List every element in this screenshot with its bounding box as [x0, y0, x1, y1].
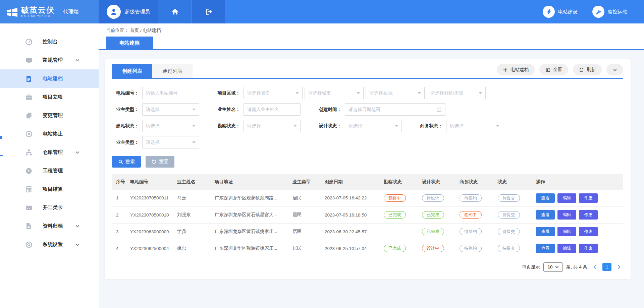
sidebar-item-calculator[interactable]: 项目结算 — [0, 180, 99, 198]
filter-field: 建站状态：请选择 — [112, 120, 199, 132]
logout-button[interactable] — [192, 0, 225, 23]
chevron-left-icon — [592, 264, 598, 270]
edit-button[interactable]: 编辑 — [557, 210, 576, 220]
owner-name-input[interactable] — [247, 107, 297, 112]
status-cell: 待提交 — [496, 206, 534, 223]
tab-passed-list[interactable]: 通过列表 — [152, 64, 193, 78]
view-button[interactable]: 查看 — [536, 210, 555, 220]
business-status-cell: 待签约 — [458, 190, 496, 206]
user-icon — [110, 8, 118, 16]
sidebar-item-settings[interactable]: 系统设置 — [0, 235, 99, 254]
design-status-select[interactable]: 请选择 — [345, 120, 402, 132]
page-tab-station-archive[interactable]: 电站建档 — [106, 37, 153, 49]
toolbar-button-label: 电站建档 — [511, 67, 529, 73]
void-button[interactable]: 作废 — [579, 210, 598, 220]
station-code-input[interactable] — [142, 87, 199, 99]
owner-type-select[interactable]: 请选择 — [142, 103, 199, 116]
edit-button[interactable]: 编辑 — [557, 193, 576, 203]
province-select[interactable]: 请选择省份 — [244, 87, 303, 99]
county-select[interactable]: 请选择县/区 — [366, 87, 425, 99]
logout-icon — [205, 8, 212, 15]
owner-type-cell: 居民 — [290, 190, 323, 206]
chevron-down-icon — [555, 265, 559, 269]
refresh-button[interactable]: 刷新 — [573, 64, 602, 75]
create-station-button[interactable]: 电站建档 — [497, 64, 535, 75]
station-code-input[interactable] — [146, 90, 196, 96]
sidebar-item-stop-circle[interactable]: 电站终止 — [0, 125, 99, 143]
address-cell: 广东深圳龙华区黄石镇姚家庄... — [213, 223, 290, 240]
quick-link-lightning[interactable]: 电站建设 — [543, 6, 578, 18]
void-button[interactable]: 作废 — [579, 244, 598, 253]
view-button[interactable]: 查看 — [536, 244, 555, 253]
edit-button[interactable]: 编辑 — [557, 244, 576, 253]
reset-button[interactable]: 重置 — [146, 156, 174, 168]
survey-status-select[interactable]: 请选择 — [244, 120, 301, 132]
next-page-button[interactable] — [616, 264, 622, 270]
created-range-picker[interactable]: 请选择日期范围 — [345, 103, 445, 116]
status-cell: 待提交 — [496, 223, 534, 240]
tab-create-list[interactable]: 创建列表 — [112, 64, 152, 78]
column-header: 设计状态 — [420, 174, 458, 190]
sidebar-item-document[interactable]: 电站建档 — [0, 69, 99, 88]
city-select[interactable]: 请选择城市 — [305, 87, 364, 99]
edit-button[interactable]: 编辑 — [557, 227, 576, 236]
collapse-button[interactable] — [606, 64, 623, 75]
view-button[interactable]: 查看 — [536, 193, 555, 203]
reset-button-label: 重置 — [159, 159, 168, 165]
sidebar-item-card[interactable]: 开二类卡 — [0, 198, 99, 217]
design-status-cell: 已完成 — [420, 223, 458, 240]
build-status-select[interactable]: 请选择 — [142, 120, 199, 132]
select-placeholder: 请选择城市 — [308, 90, 331, 96]
sidebar-item-archive[interactable]: 资料归档 — [0, 217, 99, 235]
column-header: 状态 — [496, 174, 534, 190]
station-code-cell: YX2023070500011 — [128, 190, 175, 206]
sidebar-item-sitemap[interactable]: 仓库管理 — [0, 143, 99, 162]
stop-circle-icon — [25, 130, 33, 138]
void-button[interactable]: 作废 — [579, 227, 598, 236]
view-button[interactable]: 查看 — [536, 227, 555, 236]
survey-status-cell: 勘察中 — [382, 190, 420, 206]
sidebar-item-dashboard[interactable]: 控制台 — [0, 33, 99, 51]
index-cell: 3 — [112, 223, 128, 240]
filter-label: 建站状态： — [112, 123, 139, 129]
home-button[interactable] — [158, 0, 192, 23]
filter-row: 电站编号： 项目区域：请选择省份请选择城市请选择县/区请选择村镇/街道 — [112, 87, 623, 99]
column-header: 项目地址 — [213, 174, 290, 190]
sidebar-item-copy[interactable]: 变更管理 — [0, 106, 99, 125]
column-header: 业主类型 — [290, 174, 323, 190]
filter-label: 勘察状态： — [213, 123, 240, 129]
status-badge: 待设计 — [422, 194, 444, 202]
status-badge: 待提交 — [498, 194, 520, 202]
reset-icon — [152, 159, 157, 164]
sidebar-item-label: 系统设置 — [43, 241, 63, 248]
chevron-down-icon — [75, 242, 80, 247]
owner-type-2-select[interactable]: 请选择 — [142, 136, 199, 148]
created-date-cell: 2023-06-25 10:57:04 — [323, 240, 382, 257]
void-button[interactable]: 作废 — [579, 193, 598, 203]
per-page-select[interactable]: 10 — [543, 262, 563, 272]
user-menu[interactable]: 超级管理员 — [99, 0, 158, 23]
owner-name-cell: 刘强东 — [175, 206, 213, 223]
owner-name-input[interactable] — [244, 103, 301, 116]
status-badge: 待提交 — [498, 228, 520, 236]
business-status-select[interactable]: 请选择 — [446, 120, 503, 132]
chevron-right-icon — [616, 264, 622, 270]
filter-label: 设计状态： — [315, 123, 341, 129]
plus-icon — [503, 67, 508, 72]
fullscreen-button[interactable]: 全屏 — [539, 64, 568, 75]
filter-row: 业主类型：请选择 业主姓名： 创建时间：请选择日期范围 — [112, 103, 623, 116]
quick-link-wrench[interactable]: 监控运维 — [592, 6, 627, 18]
prev-page-button[interactable] — [592, 264, 598, 270]
status-badge: 待签约 — [460, 228, 482, 236]
station-code-cell: YX2023063000009 — [128, 223, 175, 240]
business-status-cell: 签约中 — [458, 206, 496, 223]
town-select[interactable]: 请选择村镇/街道 — [427, 87, 486, 99]
sidebar-item-briefcase[interactable]: 项目立项 — [0, 88, 99, 106]
chevron-down-icon — [612, 67, 618, 72]
sidebar-item-monitor[interactable]: 常规管理 — [0, 51, 99, 69]
page-number[interactable]: 1 — [602, 263, 611, 271]
station-list-panel: 创建列表 通过列表 电站建档 全屏 刷新 电站编号： 项目区域：请选择省份请选择… — [105, 59, 631, 279]
quick-link-label: 电站建设 — [558, 9, 578, 15]
sidebar-item-gauge[interactable]: 工程管理 — [0, 162, 99, 180]
search-button[interactable]: 搜索 — [112, 156, 141, 168]
